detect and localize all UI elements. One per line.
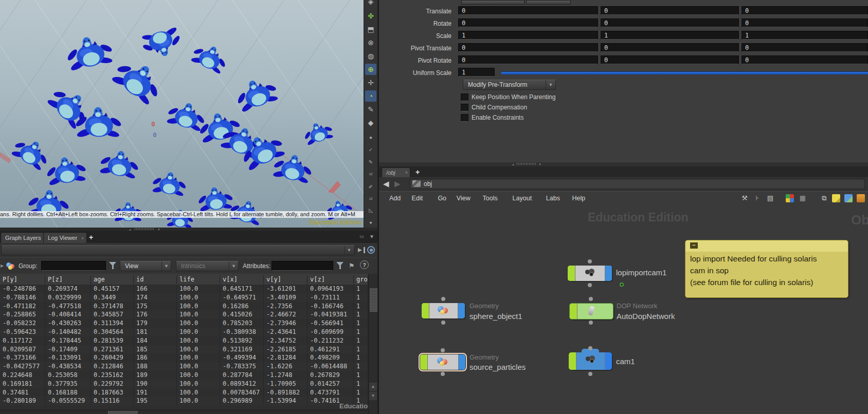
connector-dot[interactable] (588, 259, 592, 264)
pivot-rotate-field-y[interactable]: 0 (601, 55, 739, 64)
display-options-icon[interactable]: ▦ (799, 194, 807, 202)
menu-edit[interactable]: Edit (410, 192, 425, 205)
table-row[interactable]: -0.280189-0.05555290.15116195100.00.2969… (0, 397, 368, 405)
connector-dot[interactable] (441, 321, 445, 325)
attributes-input[interactable] (272, 261, 333, 271)
table-row[interactable]: 0.374810.1681880.187663191100.00.0078346… (0, 388, 368, 397)
column-header-vz[interactable]: v[z] (308, 275, 354, 284)
node-selector-dropdown[interactable]: ▼ (1, 245, 355, 255)
table-row[interactable]: -0.058232-0.4302630.311394179100.00.7852… (0, 319, 368, 328)
translate-handle-icon[interactable]: ✛ (365, 77, 376, 88)
scrollbar-handle[interactable] (370, 288, 377, 312)
pivot-translate-field-y[interactable]: 0 (601, 43, 739, 52)
table-row[interactable]: 0.2246480.2530580.235162189100.00.287784… (0, 371, 368, 380)
scroll-up-button[interactable]: ▲ (369, 383, 377, 391)
node-source_particles[interactable] (420, 354, 465, 370)
rotate-field-x[interactable]: 0 (458, 18, 598, 27)
pivot-translate-field-z[interactable]: 0 (742, 43, 868, 52)
attributes-filter-icon[interactable] (336, 262, 343, 266)
table-row[interactable]: -0.373166-0.1330910.260429186100.0-0.499… (0, 353, 368, 362)
render-flag[interactable] (458, 354, 465, 370)
column-header-Py[interactable]: P[y] (0, 275, 45, 284)
uniform-scale-slider[interactable] (501, 71, 868, 74)
table-row[interactable]: -0.596423-0.1404820.304564181100.0-0.380… (0, 328, 368, 336)
display-flag[interactable] (569, 352, 576, 370)
column-header-age[interactable]: age (91, 275, 134, 284)
pane-menu-icon[interactable]: ▼ (369, 234, 374, 239)
connector-dot[interactable] (589, 297, 593, 301)
column-header-Pz[interactable]: P[z] (45, 275, 91, 284)
table-row[interactable]: -0.7881460.03299990.3449174100.0-0.64957… (0, 293, 368, 302)
group-filter-icon[interactable] (109, 262, 116, 266)
menu-tools[interactable]: Tools (481, 192, 500, 205)
table-row[interactable]: -0.0427577-0.4385340.212846188100.0-0.78… (0, 362, 368, 371)
display-flag[interactable] (420, 354, 428, 370)
network-editor[interactable]: Education Edition Obj − lop import Neede… (379, 205, 868, 414)
checkbox-unchecked[interactable] (461, 104, 468, 111)
color-palette-icon[interactable] (786, 194, 794, 202)
back-arrow-icon[interactable]: ◀ (383, 179, 389, 189)
pose-icon[interactable]: ✎ (365, 104, 376, 115)
tick-icon[interactable]: ✓ (365, 146, 376, 154)
transform-order-dropdown[interactable] (461, 0, 525, 5)
scrollbar-handle[interactable] (108, 411, 138, 414)
uniform-scale-field[interactable]: 1 (458, 68, 495, 77)
rotate-handle-icon[interactable]: ◔ (365, 90, 376, 102)
scroll-down-button[interactable]: ▼ (369, 392, 377, 400)
checkbox-unchecked[interactable] (461, 114, 468, 122)
node-cam1[interactable] (569, 352, 612, 370)
more-icon[interactable]: ▾ (365, 219, 376, 227)
list-view-icon[interactable]: ▤ (766, 194, 774, 202)
render-flag[interactable] (458, 303, 465, 318)
table-row[interactable]: 0.0209587-0.174090.271361185100.00.32116… (0, 345, 368, 354)
add-tab-button[interactable]: + (86, 233, 96, 242)
modify-pretransform-dropdown[interactable]: Modify Pre-Transform ▼ (463, 80, 556, 90)
sticky-note[interactable]: − lop import Needed for culling solaris … (685, 240, 848, 298)
window-layout-icon[interactable]: ⧉ (820, 194, 828, 202)
table-row[interactable]: 0.117172-0.1784450.281539184100.00.51389… (0, 336, 368, 345)
column-header-vy[interactable]: v[y] (264, 275, 308, 284)
pivot-rotate-field-x[interactable]: 0 (458, 55, 598, 64)
render-flag[interactable] (605, 266, 612, 281)
point-numbers-icon[interactable]: ¹² (365, 171, 376, 179)
table-row[interactable]: -0.2487860.2693740.45157166100.00.645171… (0, 285, 368, 293)
background-image-icon[interactable] (844, 194, 853, 202)
sticky-note-header[interactable] (685, 240, 848, 252)
close-icon[interactable]: × (81, 233, 84, 243)
forward-arrow-icon[interactable]: ▶ (394, 179, 401, 189)
flag-pin-icon[interactable]: ⚑ (349, 262, 355, 270)
add-tab-button[interactable]: + (413, 167, 422, 177)
horizontal-scrollbar[interactable] (0, 410, 368, 414)
connector-dot[interactable] (588, 346, 592, 350)
translate-field-y[interactable]: 0 (601, 6, 739, 15)
column-header-vx[interactable]: v[x] (220, 275, 264, 284)
table-row[interactable]: -0.471182-0.4775180.371478175100.00.1628… (0, 302, 368, 311)
minimize-note-button[interactable]: − (690, 242, 698, 249)
scale-field-z[interactable]: 1 (742, 31, 868, 40)
view-dropdown[interactable]: View ▼ (120, 261, 171, 271)
checkbox-unchecked[interactable] (461, 93, 468, 101)
connector-dot[interactable] (441, 372, 445, 376)
pen-icon[interactable]: ✎ (365, 158, 376, 166)
rotate-order-dropdown[interactable] (526, 0, 571, 5)
menu-view[interactable]: View (455, 192, 473, 205)
point-display-icon[interactable]: ● (365, 134, 376, 142)
group-input[interactable] (41, 261, 106, 271)
column-header-group[interactable]: group (354, 275, 368, 284)
connector-dot[interactable] (441, 348, 445, 352)
display-flag[interactable] (568, 266, 575, 281)
scene-viewport[interactable]: 0 0 ans. Right dollies. Ctrl+Alt+Left bo… (0, 0, 364, 228)
tab-log-viewer[interactable]: Log Viewer × (43, 232, 87, 243)
menu-layout[interactable]: Layout (511, 192, 534, 205)
float-pane-icon[interactable]: ▭ (359, 234, 364, 239)
asset-box-icon[interactable] (857, 194, 865, 202)
prim-numbers-icon[interactable]: ¹² (365, 195, 376, 203)
rotate-field-z[interactable]: 0 (742, 18, 868, 27)
translate-field-x[interactable]: 0 (458, 6, 598, 15)
menu-add[interactable]: Add (387, 192, 403, 205)
column-header-life[interactable]: life (177, 275, 220, 284)
connector-dot[interactable] (588, 372, 592, 376)
sticky-note-icon[interactable] (832, 194, 840, 202)
connector-dot[interactable] (441, 297, 445, 301)
menu-go[interactable]: Go (436, 192, 448, 205)
